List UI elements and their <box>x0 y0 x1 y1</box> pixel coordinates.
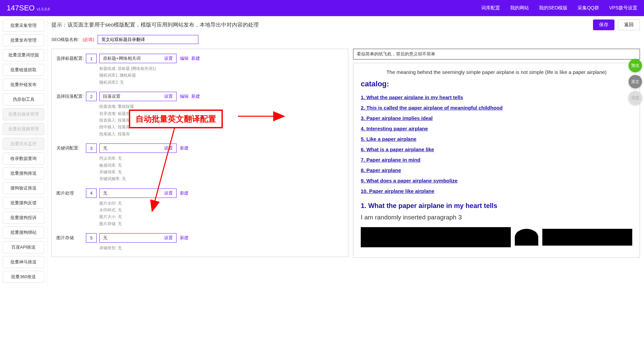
main-layout: 批量采集管理批量发布管理批量流量词挖掘批量链接抓取批量外链发布伪原创工具批量自媒… <box>0 16 644 286</box>
select-value: 无 <box>103 190 107 196</box>
action-link[interactable]: 新建 <box>180 235 189 240</box>
select-box-image[interactable]: 无设置 <box>99 188 177 198</box>
sidebar-item-13[interactable]: 批量搜狗投诉 <box>3 212 44 224</box>
toc-item-9[interactable]: 10. Paper airplane like airplane <box>361 188 632 194</box>
app-version: v1.5.0.8 <box>37 7 50 11</box>
preview-image-placeholders <box>361 227 632 247</box>
select-box-para[interactable]: 段落设置设置 <box>99 92 177 101</box>
toc-item-0[interactable]: 1. What the paper airplane in my heart t… <box>361 94 632 100</box>
sidebar-item-0[interactable]: 批量采集管理 <box>3 19 44 32</box>
set-link[interactable]: 设置 <box>164 235 173 241</box>
toc-item-4[interactable]: 5. Like a paper airplane <box>361 136 632 142</box>
nav-link-3[interactable]: 采集QQ群 <box>578 5 599 11</box>
config-panel: 选择标题配置:1原标题+网络相关词设置编辑新建标题组成: 原标题 {网络相关词1… <box>51 49 348 257</box>
toc-item-8[interactable]: 9. What does a paper airplane symbolize <box>361 178 632 183</box>
sidebar-item-12[interactable]: 批量搜狗反馈 <box>3 197 44 209</box>
select-value: 无 <box>103 235 107 241</box>
nav-link-1[interactable]: 我的网站 <box>510 5 529 11</box>
action-link[interactable]: 新建 <box>180 191 189 196</box>
sidebar-item-3[interactable]: 批量链接抓取 <box>3 64 44 76</box>
config-label-para: 选择段落配置: <box>56 92 86 99</box>
sub-info-storage: 存储类型: 无 <box>86 245 343 251</box>
back-button[interactable]: 返回 <box>618 19 640 30</box>
action-link[interactable]: 编辑 <box>180 94 189 99</box>
sidebar-item-8: 批量排名监控 <box>3 138 44 150</box>
select-box-title[interactable]: 原标题+网络相关词设置 <box>99 54 177 63</box>
num-box-image: 4 <box>86 188 97 198</box>
select-value: 段落设置 <box>103 93 120 99</box>
image-placeholder <box>361 227 511 247</box>
float-log-button[interactable]: 日志 <box>629 91 642 104</box>
set-link[interactable]: 设置 <box>164 190 173 196</box>
top-bar: 提示：该页面主要用于seo模版配置，模版可应用到网站发布，本地导出中对内容的处理… <box>51 19 640 30</box>
app-header: 147SEO v1.5.0.8 词库配置我的网站我的SEO模版采集QQ群VPS拨… <box>0 0 644 16</box>
config-label-storage: 图片存储 <box>56 233 86 241</box>
action-link[interactable]: 新建 <box>191 94 200 99</box>
num-box-storage: 5 <box>86 233 97 243</box>
image-placeholder <box>542 229 632 246</box>
select-box-storage[interactable]: 无设置 <box>99 233 177 243</box>
top-actions: 保存 返回 <box>593 19 640 30</box>
float-original-button[interactable]: 原文 <box>629 75 642 88</box>
sub-info-title: 标题组成: 原标题 {网络相关词1}随机词库1: 随机标题随机词库2: 无 <box>86 65 343 86</box>
config-row-image: 图片处理4无设置新建图片水印: 无水印样式: 无图片大小: 无图片存储: 无 <box>56 188 343 227</box>
num-box-keyword: 3 <box>86 143 97 153</box>
num-box-para: 2 <box>86 92 97 101</box>
set-link[interactable]: 设置 <box>164 55 173 61</box>
set-link[interactable]: 设置 <box>164 93 173 99</box>
config-body-title: 1原标题+网络相关词设置编辑新建标题组成: 原标题 {网络相关词1}随机词库1:… <box>86 54 343 86</box>
app-title: 147SEO <box>7 4 35 12</box>
preview-article-title: The meaning behind the seemingly simple … <box>361 69 632 75</box>
sidebar-item-1[interactable]: 批量发布管理 <box>3 34 44 46</box>
preview-content: The meaning behind the seemingly simple … <box>353 63 640 258</box>
sidebar-item-10[interactable]: 批量搜狗推送 <box>3 167 44 179</box>
set-link[interactable]: 设置 <box>164 145 173 151</box>
toc-item-2[interactable]: 3. Paper airplane implies ideal <box>361 115 632 121</box>
template-name-input[interactable] <box>98 35 198 44</box>
toc-item-3[interactable]: 4. Interesting paper airplane <box>361 126 632 131</box>
action-link[interactable]: 新建 <box>191 56 200 61</box>
sidebar-item-4[interactable]: 批量外链发布 <box>3 79 44 91</box>
config-row-storage: 图片存储5无设置新建存储类型: 无 <box>56 233 343 251</box>
sidebar-item-11[interactable]: 搜狗验证推送 <box>3 182 44 194</box>
float-buttons: 预览 原文 日志 <box>629 59 642 104</box>
action-link[interactable]: 新建 <box>180 145 189 151</box>
sidebar-item-17[interactable]: 批量360推送 <box>3 271 44 283</box>
config-row-keyword: 关键词配置:3无设置新建同义词库: 无敏感词库: 无关键词库: 无关键词频率: … <box>56 143 343 182</box>
sidebar-item-9[interactable]: 收录数据查询 <box>3 153 44 165</box>
image-placeholder <box>515 229 538 246</box>
save-button[interactable]: 保存 <box>593 19 614 30</box>
float-preview-button[interactable]: 预览 <box>629 59 642 72</box>
sidebar-item-2[interactable]: 批量流量词挖掘 <box>3 49 44 61</box>
toc-item-1[interactable]: 2. This is called the paper airplane of … <box>361 105 632 111</box>
annotation-callout: 自动批量英文翻译配置 <box>129 110 223 128</box>
config-label-title: 选择标题配置: <box>56 54 86 61</box>
toc-item-5[interactable]: 6. What is a paper airplane like <box>361 146 632 152</box>
sidebar-item-7: 批量短视频管理 <box>3 123 44 135</box>
sidebar-item-6: 批量自媒体管理 <box>3 108 44 120</box>
sidebar-item-14[interactable]: 批量搜狗绑站 <box>3 226 44 239</box>
header-brand: 147SEO v1.5.0.8 <box>7 4 50 12</box>
select-box-keyword[interactable]: 无设置 <box>99 143 177 153</box>
sub-info-image: 图片水印: 无水印样式: 无图片大小: 无图片存储: 无 <box>86 200 343 227</box>
header-nav: 词库配置我的网站我的SEO模版采集QQ群VPS拨号设置 <box>481 5 637 11</box>
nav-link-2[interactable]: 我的SEO模版 <box>539 5 568 11</box>
content-area: 提示：该页面主要用于seo模版配置，模版可应用到网站发布，本地导出中对内容的处理… <box>47 16 644 286</box>
sidebar-item-5[interactable]: 伪原创工具 <box>3 93 44 106</box>
toc-item-7[interactable]: 8. Paper airplane <box>361 167 632 173</box>
nav-link-4[interactable]: VPS拨号设置 <box>609 5 637 11</box>
select-value: 无 <box>103 145 107 151</box>
page-hint: 提示：该页面主要用于seo模版配置，模版可应用到网站发布，本地导出中对内容的处理 <box>51 22 259 29</box>
sub-info-keyword: 同义词库: 无敏感词库: 无关键词库: 无关键词频率: 无 <box>86 155 343 182</box>
config-body-image: 4无设置新建图片水印: 无水印样式: 无图片大小: 无图片存储: 无 <box>86 188 343 227</box>
config-body-storage: 5无设置新建存储类型: 无 <box>86 233 343 251</box>
nav-link-0[interactable]: 词库配置 <box>481 5 500 11</box>
sidebar-item-16[interactable]: 批量神马推送 <box>3 256 44 268</box>
preview-paragraph: I am randomly inserted paragraph 3 <box>361 214 632 221</box>
sidebar-item-15[interactable]: 百度API推送 <box>3 241 44 253</box>
action-link[interactable]: 编辑 <box>180 56 189 61</box>
config-label-image: 图片处理 <box>56 188 86 196</box>
required-marker: (必填) <box>83 37 94 43</box>
toc-item-6[interactable]: 7. Paper airplane in mind <box>361 157 632 163</box>
panels-container: 选择标题配置:1原标题+网络相关词设置编辑新建标题组成: 原标题 {网络相关词1… <box>51 49 640 258</box>
